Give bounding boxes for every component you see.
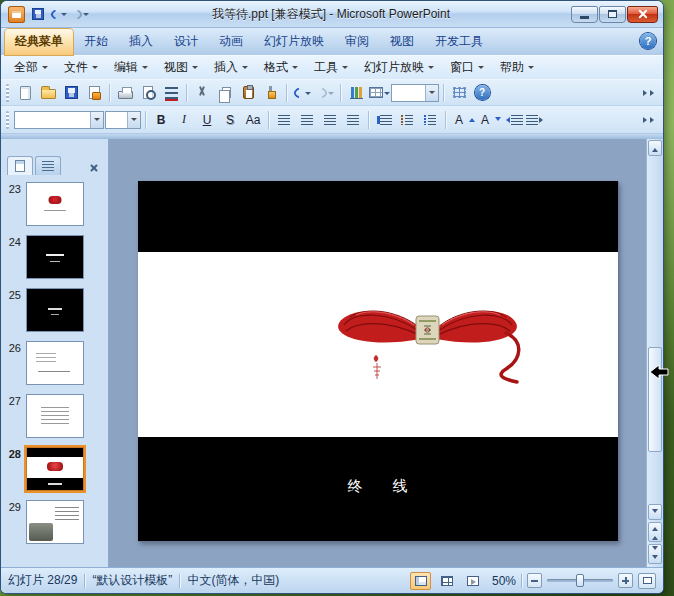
zoom-slider[interactable] [547, 573, 613, 588]
toolbar-options-button[interactable] [641, 117, 659, 123]
language-indicator[interactable]: 中文(简体，中国) [187, 572, 279, 589]
change-case-button[interactable]: Aa [242, 109, 264, 131]
italic-button[interactable]: I [173, 109, 195, 131]
ribbon-tab-slideshow[interactable]: 幻灯片放映 [254, 29, 334, 55]
powerpoint-app-icon[interactable] [8, 6, 25, 23]
permission-button[interactable] [83, 82, 105, 104]
help-button[interactable]: ? [640, 33, 656, 49]
menu-format[interactable]: 格式 [257, 56, 305, 79]
close-button[interactable] [627, 6, 658, 23]
new-document-button[interactable] [14, 82, 36, 104]
line-spacing-button[interactable] [373, 109, 395, 131]
fit-to-window-button[interactable] [638, 573, 656, 589]
toolbar-options-button[interactable] [641, 90, 659, 96]
underline-button[interactable]: U [196, 109, 218, 131]
vertical-scrollbar[interactable] [646, 139, 663, 567]
slide-canvas[interactable]: 终 线 [138, 181, 618, 541]
toolbar-zoom-combo[interactable] [391, 84, 439, 102]
slide-thumbnail-29[interactable] [26, 500, 84, 544]
menu-view[interactable]: 视图 [157, 56, 205, 79]
red-thread-image[interactable] [324, 289, 524, 394]
open-button[interactable] [37, 82, 59, 104]
justify-button[interactable] [342, 109, 364, 131]
insert-table-button[interactable] [368, 82, 390, 104]
slide-thumbnail-25[interactable] [26, 288, 84, 332]
quick-undo-button[interactable] [49, 5, 69, 23]
menu-file[interactable]: 文件 [57, 56, 105, 79]
paste-button[interactable] [237, 82, 259, 104]
combo-dropdown-button[interactable] [425, 85, 438, 101]
next-slide-button[interactable] [648, 544, 662, 564]
undo-button[interactable] [291, 82, 313, 104]
font-size-combo[interactable] [105, 111, 141, 129]
ribbon-tab-insert[interactable]: 插入 [119, 29, 163, 55]
menu-insert[interactable]: 插入 [207, 56, 255, 79]
ribbon-tab-home[interactable]: 开始 [74, 29, 118, 55]
ribbon-tab-developer[interactable]: 开发工具 [425, 29, 493, 55]
tab-outline[interactable] [35, 156, 61, 175]
slide-thumbnail-28[interactable] [26, 447, 84, 491]
toolbar-drag-handle[interactable] [6, 111, 9, 129]
scroll-up-button[interactable] [648, 140, 662, 156]
bullets-button[interactable] [419, 109, 441, 131]
toolbar-help-button[interactable]: ? [471, 82, 493, 104]
slide-sorter-view-button[interactable] [436, 572, 457, 590]
quick-redo-button[interactable] [71, 5, 91, 23]
slideshow-view-button[interactable] [462, 572, 483, 590]
scrollbar-track[interactable] [648, 158, 662, 502]
cut-button[interactable] [191, 82, 213, 104]
menu-all[interactable]: 全部 [7, 56, 55, 79]
previous-slide-button[interactable] [648, 522, 662, 542]
toolbar-drag-handle[interactable] [6, 84, 9, 102]
ribbon-tab-design[interactable]: 设计 [164, 29, 208, 55]
format-painter-button[interactable] [260, 82, 282, 104]
ribbon-tab-animation[interactable]: 动画 [209, 29, 253, 55]
text-shadow-button[interactable]: S [219, 109, 241, 131]
maximize-button[interactable] [599, 6, 626, 23]
slide-thumbnail-27[interactable] [26, 394, 84, 438]
minimize-button[interactable] [571, 6, 598, 23]
print-preview-button[interactable] [137, 82, 159, 104]
decrease-indent-button[interactable] [502, 109, 524, 131]
zoom-slider-thumb[interactable] [576, 574, 584, 587]
align-left-button[interactable] [273, 109, 295, 131]
ribbon-tab-review[interactable]: 审阅 [335, 29, 379, 55]
quick-save-button[interactable] [29, 5, 47, 23]
combo-dropdown-button[interactable] [127, 112, 140, 128]
scrollbar-thumb[interactable] [648, 347, 662, 452]
zoom-out-button[interactable] [527, 573, 542, 588]
menu-help[interactable]: 帮助 [493, 56, 541, 79]
slide-thumbnail-24[interactable] [26, 235, 84, 279]
numbering-button[interactable] [396, 109, 418, 131]
font-name-combo[interactable] [14, 111, 104, 129]
redo-button[interactable] [314, 82, 336, 104]
normal-view-button[interactable] [410, 572, 431, 590]
panel-close-button[interactable] [85, 160, 102, 175]
insert-chart-button[interactable] [345, 82, 367, 104]
ribbon-tab-classic-menu[interactable]: 经典菜单 [5, 29, 73, 55]
increase-indent-button[interactable] [525, 109, 547, 131]
slide-thumbnail-26[interactable] [26, 341, 84, 385]
zoom-level[interactable]: 50% [488, 574, 516, 588]
ribbon-tab-view[interactable]: 视图 [380, 29, 424, 55]
scroll-down-button[interactable] [648, 504, 662, 520]
slide-thumbnail-23[interactable] [26, 182, 84, 226]
align-center-button[interactable] [296, 109, 318, 131]
align-right-button[interactable] [319, 109, 341, 131]
combo-dropdown-button[interactable] [90, 112, 103, 128]
slide-caption-text[interactable]: 终 线 [138, 477, 618, 496]
bold-button[interactable]: B [150, 109, 172, 131]
copy-button[interactable] [214, 82, 236, 104]
decrease-font-size-button[interactable]: A [476, 109, 501, 131]
menu-slideshow[interactable]: 幻灯片放映 [357, 56, 441, 79]
show-grid-button[interactable] [448, 82, 470, 104]
save-button[interactable] [60, 82, 82, 104]
tab-slides[interactable] [7, 156, 33, 175]
menu-edit[interactable]: 编辑 [107, 56, 155, 79]
zoom-in-button[interactable] [618, 573, 633, 588]
menu-window[interactable]: 窗口 [443, 56, 491, 79]
menu-tools[interactable]: 工具 [307, 56, 355, 79]
design-template-name[interactable]: “默认设计模板” [92, 572, 172, 589]
print-button[interactable] [114, 82, 136, 104]
spelling-button[interactable] [160, 82, 182, 104]
